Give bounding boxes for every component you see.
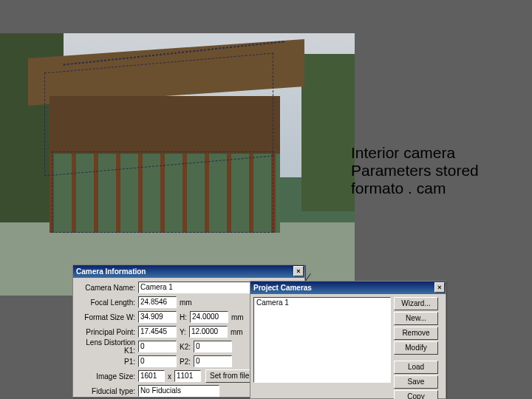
fiducial-type-label: Fiducial type: <box>78 387 138 395</box>
fiducial-type-select[interactable]: No Fiducials <box>138 385 219 397</box>
annotation-line-3: formato . cam <box>351 180 514 197</box>
focal-length-field[interactable]: 24.8546 <box>138 296 177 308</box>
load-button[interactable]: Load <box>394 361 438 374</box>
format-unit: mm <box>228 313 247 321</box>
annotation-line-2: Parameters stored <box>351 162 514 180</box>
scene-tree-right <box>301 54 355 211</box>
focal-length-label: Focal Length: <box>78 299 138 307</box>
image-w-field[interactable]: 1601 <box>138 370 165 382</box>
p1-label: P1: <box>78 358 138 366</box>
pp-x-field[interactable]: 17.4545 <box>138 326 177 338</box>
project-dialog-titlebar[interactable]: Project Cameras × <box>250 282 446 294</box>
format-h-label: H: <box>177 313 190 321</box>
project-dialog-title: Project Cameras <box>253 282 312 294</box>
set-from-file-button[interactable]: Set from file <box>205 369 253 383</box>
camera-dialog-titlebar[interactable]: Camera Information × <box>73 265 304 278</box>
k2-field[interactable]: 0 <box>194 341 232 352</box>
list-item[interactable]: Camera 1 <box>254 298 390 307</box>
copy-button[interactable]: Copy <box>394 390 438 399</box>
pp-y-field[interactable]: 12.0000 <box>189 326 228 338</box>
format-h-field[interactable]: 24.0000 <box>190 311 228 323</box>
principal-point-label: Principal Point: <box>78 328 138 336</box>
p2-label: P2: <box>177 358 194 366</box>
image-by-label: x <box>165 372 174 381</box>
new-button[interactable]: New... <box>394 312 438 325</box>
format-size-label: Format Size W: <box>78 313 138 321</box>
lens-distortion-label: Lens Distortion K1: <box>78 338 138 355</box>
close-icon[interactable]: × <box>293 266 304 276</box>
k2-label: K2: <box>177 343 194 351</box>
save-button[interactable]: Save <box>394 375 438 389</box>
p2-field[interactable]: 0 <box>194 355 232 367</box>
pp-unit: mm <box>228 328 246 336</box>
camera-dialog-title: Camera Information <box>76 265 146 278</box>
k1-field[interactable]: 0 <box>138 341 177 352</box>
modify-button[interactable]: Modify <box>394 341 438 355</box>
photo-scene <box>0 33 355 296</box>
image-size-label: Image Size: <box>78 372 138 381</box>
wireframe-box-2 <box>52 151 273 233</box>
focal-length-unit: mm <box>177 299 195 307</box>
wizard-button[interactable]: Wizard... <box>394 297 438 310</box>
format-w-field[interactable]: 34.909 <box>138 311 177 323</box>
annotation-line-1: Interior camera <box>351 144 514 162</box>
pp-y-label: Y: <box>177 328 189 336</box>
camera-name-label: Camera Name: <box>78 284 138 292</box>
image-h-field[interactable]: 1101 <box>174 370 201 382</box>
remove-button[interactable]: Remove <box>394 327 438 340</box>
project-dialog-body: Camera 1 Wizard... New... Remove Modify … <box>250 294 446 399</box>
project-cameras-dialog: Project Cameras × Camera 1 Wizard... New… <box>250 281 446 399</box>
cameras-listbox[interactable]: Camera 1 <box>253 297 391 383</box>
close-icon[interactable]: × <box>434 282 445 293</box>
p1-field[interactable]: 0 <box>138 355 177 367</box>
project-button-column: Wizard... New... Remove Modify Load Save… <box>394 297 438 399</box>
annotation-text: Interior camera Parameters stored format… <box>351 144 514 197</box>
